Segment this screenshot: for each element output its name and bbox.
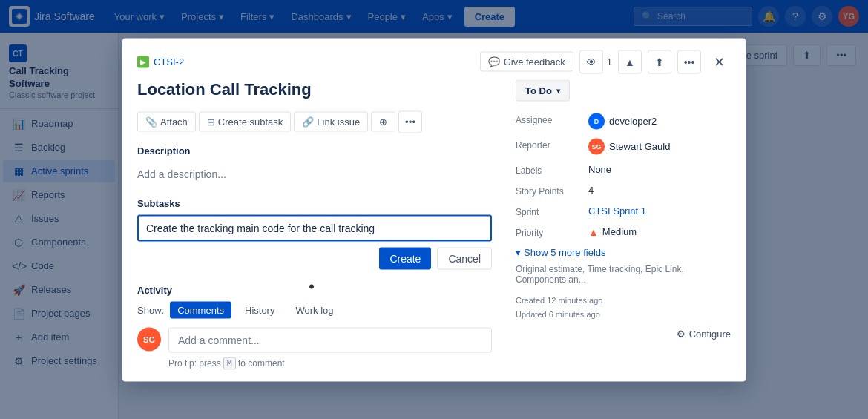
subtask-cancel-button[interactable]: Cancel: [437, 247, 492, 269]
create-subtask-label: Create subtask: [218, 116, 283, 128]
configure-label: Configure: [689, 329, 731, 340]
modal-issue-title: Location Call Tracking: [137, 79, 492, 99]
subtask-actions: Create Cancel: [137, 247, 492, 269]
feedback-label: Give feedback: [504, 56, 565, 67]
story-points-field: Story Points 4: [516, 184, 731, 196]
configure-button[interactable]: ⚙ Configure: [516, 329, 731, 340]
create-subtask-button[interactable]: ⊞ Create subtask: [199, 112, 291, 132]
labels-value[interactable]: None: [588, 163, 731, 174]
updated-timestamp: Updated 6 minutes ago: [516, 308, 731, 323]
status-button[interactable]: To Do ▾: [516, 79, 570, 101]
activity-label: Activity: [137, 284, 492, 295]
attach-icon: 📎: [145, 116, 157, 128]
story-points-label: Story Points: [516, 184, 582, 196]
subtasks-label: Subtasks: [137, 197, 492, 208]
modal-right-column: To Do ▾ Assignee D developer2 Reporter: [516, 79, 731, 369]
child-issue-button[interactable]: ⊕: [371, 112, 395, 132]
assignee-field: Assignee D developer2: [516, 113, 731, 129]
more-fields-label: Show 5 more fields: [524, 246, 606, 257]
feedback-icon: 💬: [488, 56, 500, 67]
issue-ref-text: CTSI-2: [154, 56, 184, 67]
attach-button[interactable]: 📎 Attach: [137, 112, 196, 132]
reporter-label: Reporter: [516, 138, 582, 150]
activity-tabs-row: Show: Comments History Work log: [137, 301, 492, 318]
priority-text: Medium: [602, 226, 637, 237]
reporter-avatar: SG: [588, 138, 605, 154]
modal-left-column: Location Call Tracking 📎 Attach ⊞ Create…: [137, 79, 498, 369]
create-subtask-icon: ⊞: [207, 116, 215, 128]
sprint-value[interactable]: CTSI Sprint 1: [588, 205, 731, 216]
give-feedback-button[interactable]: 💬 Give feedback: [480, 52, 573, 72]
issue-reference[interactable]: ▶ CTSI-2: [137, 56, 184, 67]
show-label: Show:: [137, 304, 164, 315]
reporter-field: Reporter SG Stewart Gauld: [516, 138, 731, 154]
story-type-icon: ▶: [137, 56, 149, 67]
link-issue-label: Link issue: [317, 116, 360, 128]
assignee-label: Assignee: [516, 113, 582, 125]
modal-header-actions: 💬 Give feedback 👁 1 ▲ ⬆ ••• ✕: [480, 50, 731, 73]
created-timestamp: Created 12 minutes ago: [516, 293, 731, 308]
tab-worklog[interactable]: Work log: [288, 301, 341, 318]
assignee-value[interactable]: D developer2: [588, 113, 731, 129]
assignee-name: developer2: [609, 116, 657, 127]
watch-count: 1: [607, 56, 612, 67]
pro-tip-suffix: to comment: [238, 357, 285, 368]
modal-close-button[interactable]: ✕: [707, 50, 731, 73]
link-icon: 🔗: [302, 116, 314, 128]
comment-input[interactable]: Add a comment...: [168, 327, 492, 352]
more-actions-button[interactable]: •••: [677, 50, 701, 73]
subtasks-section: Subtasks Create Cancel: [137, 197, 492, 269]
chevron-down-icon: ▾: [516, 246, 521, 257]
toolbar-more-button[interactable]: •••: [398, 110, 422, 133]
status-label: To Do: [525, 85, 552, 96]
keyboard-shortcut-m: M: [223, 357, 236, 369]
vote-button[interactable]: ▲: [618, 50, 642, 73]
priority-label: Priority: [516, 225, 582, 237]
status-chevron-icon: ▾: [556, 86, 560, 94]
watch-button[interactable]: 👁: [579, 50, 603, 73]
modal-header: ▶ CTSI-2 💬 Give feedback 👁 1 ▲ ⬆ ••• ✕: [122, 38, 746, 79]
description-label: Description: [137, 145, 492, 156]
reporter-value[interactable]: SG Stewart Gauld: [588, 138, 731, 154]
pro-tip: Pro tip: press M to comment: [168, 357, 492, 369]
link-issue-button[interactable]: 🔗 Link issue: [294, 112, 368, 132]
labels-field: Labels None: [516, 163, 731, 175]
current-user-avatar: SG: [137, 327, 161, 351]
timestamps: Created 12 minutes ago Updated 6 minutes…: [516, 293, 731, 323]
activity-section: Activity Show: Comments History Work log…: [137, 284, 492, 369]
watch-row: 👁 1: [579, 50, 612, 73]
comment-row: SG Add a comment...: [137, 327, 492, 352]
show-more-fields[interactable]: ▾ Show 5 more fields: [516, 246, 731, 257]
pro-tip-text: Pro tip: press: [168, 357, 221, 368]
story-points-value[interactable]: 4: [588, 184, 731, 195]
priority-field: Priority ▲ Medium: [516, 225, 731, 237]
subtask-create-button[interactable]: Create: [379, 247, 431, 269]
reporter-name: Stewart Gauld: [609, 141, 670, 152]
sprint-field: Sprint CTSI Sprint 1: [516, 205, 731, 217]
modal-body: Location Call Tracking 📎 Attach ⊞ Create…: [122, 79, 746, 381]
tab-history[interactable]: History: [237, 301, 282, 318]
description-field[interactable]: Add a description...: [137, 162, 492, 185]
share-button[interactable]: ⬆: [648, 50, 671, 73]
priority-value[interactable]: ▲ Medium: [588, 225, 731, 237]
tab-comments[interactable]: Comments: [170, 301, 231, 318]
assignee-avatar: D: [588, 113, 605, 129]
issue-modal: ▶ CTSI-2 💬 Give feedback 👁 1 ▲ ⬆ ••• ✕ L…: [122, 38, 746, 381]
attach-label: Attach: [160, 116, 188, 128]
sprint-label: Sprint: [516, 205, 582, 217]
modal-toolbar: 📎 Attach ⊞ Create subtask 🔗 Link issue ⊕…: [137, 110, 492, 133]
configure-gear-icon: ⚙: [677, 329, 685, 340]
priority-icon: ▲: [588, 225, 599, 237]
subtask-input[interactable]: [137, 214, 492, 241]
labels-label: Labels: [516, 163, 582, 175]
more-fields-subtitle: Original estimate, Time tracking, Epic L…: [516, 263, 731, 284]
